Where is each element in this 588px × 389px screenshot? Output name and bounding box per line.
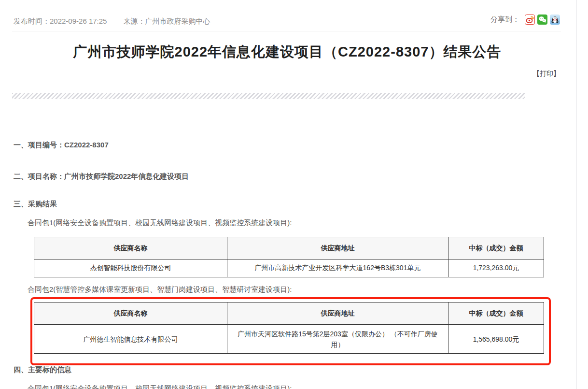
header-award-amount: 中标（成交）金额: [448, 237, 544, 259]
package1-supplier: 杰创智能科技股份有限公司: [34, 259, 227, 277]
source-value: 广州市政府采购中心: [145, 17, 210, 25]
wechat-share-icon[interactable]: [537, 14, 547, 25]
section-project-name: 二、项目名称：广州市技师学院2022年信息化建设项目: [14, 172, 189, 181]
source-label: 来源：: [123, 17, 145, 25]
header-award-amount: 中标（成交）金额: [448, 303, 544, 325]
announcement-page: 发布时间：2022-09-26 17:25 来源：广州市政府采购中心 分享到：: [0, 0, 588, 389]
package1-result-table: 供应商名称 供应商地址 中标（成交）金额 杰创智能科技股份有限公司 广州市高新技…: [34, 237, 544, 277]
table-header-row: 供应商名称 供应商地址 中标（成交）金额: [34, 303, 544, 325]
header-supplier-address: 供应商地址: [227, 303, 448, 325]
header-supplier-name: 供应商名称: [34, 303, 227, 325]
package2-result-table: 供应商名称 供应商地址 中标（成交）金额 广州德生智能信息技术有限公司 广州市天…: [34, 302, 544, 354]
meta-divider-line: [12, 31, 561, 31]
meta-row: 发布时间：2022-09-26 17:25 来源：广州市政府采购中心: [14, 16, 559, 27]
package2-intro: 合同包2(智慧管控多媒体课室更新项目、智慧门岗建设项目、智慧研讨室建设项目):: [28, 285, 292, 294]
print-button[interactable]: 【打印】: [533, 70, 560, 78]
table-row: 广州德生智能信息技术有限公司 广州市天河区软件路15号第2层203室（仅限办公）…: [34, 325, 544, 354]
source: 来源：广州市政府采购中心: [123, 17, 210, 26]
section-project-number: 一、项目编号：CZ2022-8307: [14, 141, 109, 150]
header-supplier-name: 供应商名称: [34, 237, 227, 259]
page-right-border: [576, 0, 577, 389]
qq-share-icon[interactable]: [550, 14, 560, 25]
publish-time-value: 2022-09-26 17:25: [50, 17, 107, 25]
section-procurement-result: 三、采购结果: [14, 200, 57, 209]
package2-supplier: 广州德生智能信息技术有限公司: [34, 325, 227, 354]
package2-amount: 1,565,698.00元: [448, 325, 544, 354]
package1-amount: 1,723,263.00元: [448, 259, 544, 277]
share-label: 分享到：: [490, 15, 519, 24]
hatched-divider: [12, 93, 525, 99]
publish-time: 发布时间：2022-09-26 17:25: [14, 17, 107, 26]
package2-address: 广州市天河区软件路15号第2层203室（仅限办公） （不可作厂房使用）: [227, 325, 448, 354]
header-supplier-address: 供应商地址: [227, 237, 448, 259]
publish-time-label: 发布时间：: [14, 17, 50, 25]
section-main-subject-info: 四、主要标的信息: [14, 365, 71, 375]
weibo-share-icon[interactable]: [525, 14, 535, 25]
package1-intro: 合同包1(网络安全设备购置项目、校园无线网络建设项目、视频监控系统建设项目):: [28, 218, 292, 228]
table-header-row: 供应商名称 供应商地址 中标（成交）金额: [34, 237, 544, 259]
package1-address: 广州市高新技术产业开发区科学大道162号B3栋301单元: [227, 259, 448, 277]
table-row: 杰创智能科技股份有限公司 广州市高新技术产业开发区科学大道162号B3栋301单…: [34, 259, 544, 277]
share-bar: 分享到：: [490, 14, 560, 25]
page-title: 广州市技师学院2022年信息化建设项目（CZ2022-8307）结果公告: [0, 43, 574, 62]
clipped-bottom-text: 合同包1(网络安全设备购置项目、校园无线网络建设项目、视频监控系统建设项目):: [28, 384, 292, 389]
